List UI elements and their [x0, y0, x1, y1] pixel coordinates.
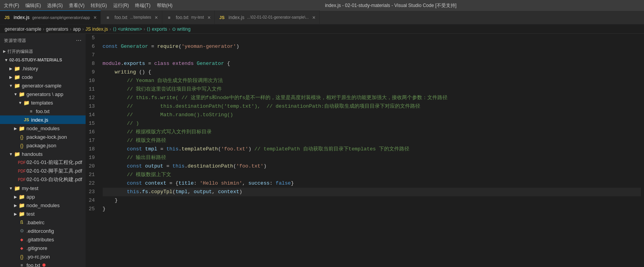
token [103, 162, 127, 171]
sidebar-item-handouts[interactable]: ▼ 📁 handouts [0, 150, 86, 158]
menu-item[interactable]: 终端(T) [135, 2, 150, 9]
item-label: package-lock.json [26, 134, 67, 140]
token: writing [115, 68, 136, 77]
token: = [148, 42, 157, 51]
folder-icon: 📁 [14, 65, 20, 72]
sidebar-item-pdf1[interactable]: ▶ PDF 02-01-01-前端工程化.pdf [0, 158, 86, 167]
token: = { [166, 179, 178, 188]
code-line: // this.destinationPath('temp.txt'), // … [103, 102, 641, 111]
sidebar-item-babelrc[interactable]: ▶ ß .babelrc [0, 218, 86, 227]
folder-icon: 📁 [19, 202, 25, 208]
sidebar-item-app[interactable]: ▶ 📁 app [0, 192, 86, 201]
open-editors-section[interactable]: ▶ 打开的编辑器 [0, 47, 86, 56]
breadcrumb-item[interactable]: app [73, 26, 81, 32]
pdf-icon: PDF [19, 168, 25, 174]
sidebar-item-gitignore[interactable]: ▶ ◆ .gitignore [0, 244, 86, 252]
code-line: // 我们在这里尝试往项目目录中写入文件 [103, 85, 641, 94]
tab-index-js-gen[interactable]: JS index.js ...\02-01-02-01-generator-sa… [215, 10, 319, 24]
token: , [212, 188, 218, 196]
sidebar-item-test[interactable]: ▶ 📁 test [0, 209, 86, 218]
menu-bar[interactable]: 文件(F)编辑(E)选择(S)查看(V)转到(G)运行(R)终端(T)帮助(H) [4, 2, 172, 9]
code-line: // 模版文件路径 [103, 136, 641, 145]
babel-icon: ß [19, 219, 25, 225]
sidebar-item-templates[interactable]: ▼ 📁 templates [0, 98, 86, 107]
breadcrumb-item[interactable]: JS index.js [85, 26, 108, 32]
code-line: const context = {title: 'Hello shimin', … [103, 179, 641, 188]
sidebar-item-package-lock[interactable]: ▶ {} package-lock.json [0, 133, 86, 141]
line-numbers: 5678910111213141516171819202122232425 [86, 34, 100, 267]
code-line: // Math.random().toString() [103, 111, 641, 119]
sidebar-item-code[interactable]: ▶ 📁 code [0, 73, 86, 81]
code-line: // 根据模版方式写入文件到目标目录 [103, 128, 641, 136]
sidebar-item-yorcjson[interactable]: ▶ {} .yo-rc.json [0, 252, 86, 261]
menu-item[interactable]: 编辑(E) [25, 2, 41, 9]
menu-item[interactable]: 查看(V) [69, 2, 84, 9]
code-content[interactable]: const Generator = require('yeoman-genera… [100, 34, 644, 267]
menu-item[interactable]: 文件(F) [4, 2, 19, 9]
sidebar-item-node-modules-mytest[interactable]: ▶ 📁 node_modules [0, 201, 86, 209]
breadcrumb-item[interactable]: ⟨⟩ exports [147, 26, 167, 32]
sidebar-menu-button[interactable]: ··· [76, 37, 82, 44]
tab-foo-txt-mytest[interactable]: ≡ foo.txt my-test × [162, 10, 215, 24]
sidebar-item-editorconfig[interactable]: ▶ ⚙ .editorconfig [0, 227, 86, 235]
close-icon[interactable]: × [207, 14, 211, 21]
chevron-right-icon: ▶ [12, 211, 19, 217]
sidebar-title: 资源管理器 [4, 38, 26, 44]
sidebar-item-root[interactable]: ▼ 02-01-STUDY-MATERIALS [0, 56, 86, 64]
token: // Math.random().toString() [103, 111, 233, 119]
sidebar-item-generators-app[interactable]: ▼ 📁 generators \ app [0, 90, 86, 98]
token: class [154, 59, 169, 68]
close-icon[interactable]: × [312, 14, 315, 21]
menu-item[interactable]: 帮助(H) [157, 2, 173, 9]
token [103, 68, 115, 77]
code-line: writing () { [103, 68, 641, 77]
item-label: app [26, 194, 35, 200]
txt-icon: ≡ [166, 14, 172, 21]
sidebar-item-generator-sample[interactable]: ▼ 📁 generator-sample [0, 81, 86, 90]
menu-item[interactable]: 运行(R) [113, 2, 129, 9]
token: // 根据模版方式写入文件到目标目录 [103, 128, 212, 136]
sidebar-item-package-json[interactable]: ▶ {} package.json [0, 141, 86, 150]
breadcrumb-item[interactable]: generator-sample [5, 26, 41, 32]
sidebar-item-history[interactable]: ▶ 📁 .history [0, 64, 86, 73]
token: success [248, 179, 270, 188]
sidebar-item-foo-txt-mytest[interactable]: ▶ ≡ foo.txt [0, 261, 86, 267]
token: ) [239, 188, 242, 196]
sidebar-item-node-modules[interactable]: ▶ 📁 node_modules [0, 124, 86, 133]
sidebar-item-foo-txt-templates[interactable]: ▶ ≡ foo.txt [0, 107, 86, 115]
token: } [291, 179, 294, 188]
git-icon: ◆ [19, 236, 25, 243]
sidebar-item-gitattributes[interactable]: ▶ ◆ .gitattributes [0, 235, 86, 244]
close-icon[interactable]: × [154, 14, 158, 21]
menu-item[interactable]: 转到(G) [91, 2, 107, 9]
token: . [179, 145, 182, 154]
close-icon[interactable]: × [93, 14, 97, 21]
breadcrumb-item[interactable]: ⊙ writing [172, 26, 191, 32]
token: 'Hello shimin' [200, 179, 242, 188]
breadcrumb-item[interactable]: ⟨⟩ <unknown> [113, 26, 142, 32]
line-number: 14 [89, 111, 95, 119]
chevron-down-icon: ▼ [8, 82, 14, 89]
tab-index-js-active[interactable]: JS index.js generator-sample\generators\… [0, 10, 101, 24]
breadcrumb-item[interactable]: generators [46, 26, 68, 32]
token: output [145, 162, 163, 171]
menu-item[interactable]: 选择(S) [47, 2, 63, 9]
root-label: 02-01-STUDY-MATERIALS [9, 58, 62, 62]
code-editor[interactable]: 5678910111213141516171819202122232425 co… [86, 34, 644, 267]
code-line: module.exports = class extends Generator… [103, 59, 641, 68]
item-label: node_modules [26, 202, 60, 208]
folder-icon: 📁 [14, 185, 20, 191]
js-icon: JS [219, 14, 225, 21]
txt-icon: ≡ [105, 14, 111, 21]
token: // 模版文件路径 [103, 136, 167, 145]
sidebar-item-my-test[interactable]: ▼ 📁 my-test [0, 184, 86, 192]
token: = [163, 162, 172, 171]
token: 'foo.txt' [221, 145, 248, 154]
sidebar-item-pdf3[interactable]: ▶ PDF 02-01-03-自动化构建.pdf [0, 175, 86, 184]
line-number: 13 [89, 102, 95, 111]
tab-foo-txt-templates[interactable]: ≡ foo.txt ...\templates × [101, 10, 162, 24]
sidebar-item-pdf2[interactable]: ▶ PDF 02-01-02-脚手架工具.pdf [0, 167, 86, 175]
sidebar-item-index-js[interactable]: ▶ JS index.js [0, 115, 86, 124]
code-line: // Yeoman 自动生成文件阶段调用次方法 [103, 77, 641, 85]
folder-icon: 📁 [19, 211, 25, 217]
